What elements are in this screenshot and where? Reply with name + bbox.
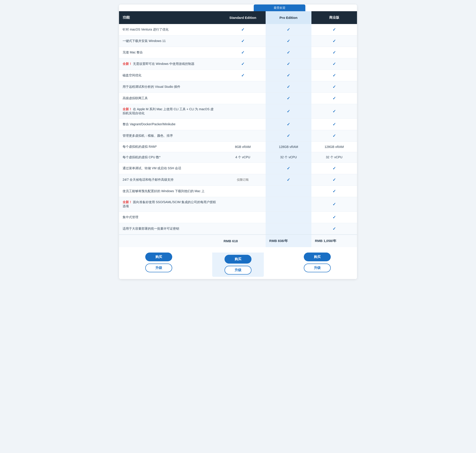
feature-cell: 每个虚拟机的虚拟 CPU 数*	[119, 152, 220, 163]
pro-cell: ✓	[266, 163, 311, 174]
business-cell: ✓	[312, 93, 357, 104]
pro-cell	[266, 212, 311, 223]
pro-cell: 128GB vRAM	[266, 142, 311, 152]
standard-column-header: Standard Edition	[220, 11, 266, 24]
business-cell: 128GB vRAM	[312, 142, 357, 152]
standard-cell: ✓	[220, 58, 266, 70]
feature-cell: 全新！ 面向准备好使用 SSO/SAML/SCIM 集成的公司的每用户授权选项	[119, 197, 220, 212]
table-row: 一键式下载并安装 Windows 11✓✓✓	[119, 35, 357, 47]
check-icon: ✓	[287, 73, 290, 78]
check-icon: ✓	[287, 39, 290, 43]
business-cell: 32 个 vCPU	[312, 152, 357, 163]
pricing-row: RMB 618 RMB 838/年 RMB 1,058/年	[119, 234, 357, 247]
check-icon: ✓	[287, 85, 290, 89]
standard-cell: 8GB vRAM	[220, 142, 266, 152]
standard-cell: 4 个 vCPU	[220, 152, 266, 163]
check-icon: ✓	[287, 134, 290, 138]
pro-cell: ✓	[266, 70, 311, 81]
pro-cell: ✓	[266, 93, 311, 104]
check-icon: ✓	[333, 122, 336, 127]
check-icon: ✓	[333, 134, 336, 138]
check-icon: ✓	[287, 62, 290, 66]
table-row: 全新！ 面向准备好使用 SSO/SAML/SCIM 集成的公司的每用户授权选项✓	[119, 197, 357, 212]
business-cell: ✓	[312, 212, 357, 223]
check-icon: ✓	[333, 39, 336, 43]
standard-cell: ✓	[220, 70, 266, 81]
table-row: 24/7 全天候电话和电子邮件高级支持仅限订阅✓✓	[119, 174, 357, 186]
check-icon: ✓	[287, 27, 290, 32]
business-cell: ✓	[312, 58, 357, 70]
table-row: 针对 macOS Ventura 进行了优化✓✓✓	[119, 24, 357, 35]
pro-button-group: 购买 升级	[212, 253, 264, 277]
feature-cell: 每个虚拟机的虚拟 RAM*	[119, 142, 220, 152]
check-icon: ✓	[287, 177, 290, 182]
check-icon: ✓	[241, 50, 244, 55]
business-upgrade-button[interactable]: 升级	[304, 263, 331, 272]
check-icon: ✓	[333, 85, 336, 89]
pro-upgrade-button[interactable]: 升级	[225, 266, 251, 275]
table-row: 全新！ 在 Apple M 系列 Mac 上使用 CLI 工具 + CLI 为 …	[119, 104, 357, 119]
standard-cell: ✓	[220, 35, 266, 47]
business-button-group: 购买 升级	[291, 253, 343, 277]
check-icon: ✓	[241, 62, 244, 66]
table-row: 全新！ 无需设置即可在 Windows 中使用游戏控制器✓✓✓	[119, 58, 357, 70]
table-row: 每个虚拟机的虚拟 CPU 数*4 个 vCPU32 个 vCPU32 个 vCP…	[119, 152, 357, 163]
feature-cell: 通过菜单调试、转储 VM 或启动 SSH 会话	[119, 163, 220, 174]
check-icon: ✓	[333, 177, 336, 182]
feature-cell: 一键式下载并安装 Windows 11	[119, 35, 220, 47]
business-cell: ✓	[312, 163, 357, 174]
feature-cell: 用于远程调试和分析的 Visual Studio 插件	[119, 81, 220, 93]
standard-cell	[220, 119, 266, 130]
most-popular-tag: 最受欢迎	[254, 5, 305, 11]
check-icon: ✓	[333, 109, 336, 113]
feature-column-header: 功能	[119, 11, 220, 24]
feature-cell: 集中式管理	[119, 212, 220, 223]
check-icon: ✓	[287, 166, 290, 171]
check-icon: ✓	[241, 73, 244, 78]
table-row: 通过菜单调试、转储 VM 或启动 SSH 会话✓✓	[119, 163, 357, 174]
standard-cell	[220, 186, 266, 197]
feature-cell: 管理更多虚拟机：模板、颜色、排序	[119, 130, 220, 142]
business-cell: ✓	[312, 119, 357, 130]
business-cell: ✓	[312, 174, 357, 186]
check-icon: ✓	[333, 202, 336, 206]
standard-price: RMB 618	[220, 234, 266, 247]
business-cell: ✓	[312, 186, 357, 197]
table-row: 用于远程调试和分析的 Visual Studio 插件✓✓	[119, 81, 357, 93]
standard-cell	[220, 130, 266, 142]
check-icon: ✓	[333, 50, 336, 55]
standard-button-group: 购买 升级	[133, 253, 185, 277]
table-row: 使员工能够将预先配置好的 Windows 下载到他们的 Mac 上✓	[119, 186, 357, 197]
feature-comparison-table: 功能 Standard Edition Pro Edition 商业版 针对 m…	[119, 11, 357, 247]
pro-cell: ✓	[266, 119, 311, 130]
table-row: 整合 Vagrant/Docker/Packer/Minikube✓✓	[119, 119, 357, 130]
business-cell: ✓	[312, 35, 357, 47]
check-icon: ✓	[333, 62, 336, 66]
feature-cell: 全新！ 无需设置即可在 Windows 中使用游戏控制器	[119, 58, 220, 70]
check-icon: ✓	[333, 226, 336, 231]
standard-cell	[220, 212, 266, 223]
business-column-header: 商业版	[312, 11, 357, 24]
standard-cell	[220, 104, 266, 119]
pro-buy-button[interactable]: 购买	[225, 255, 251, 263]
pro-cell: ✓	[266, 174, 311, 186]
pro-cell	[266, 197, 311, 212]
pro-price: RMB 838/年	[266, 234, 311, 247]
check-icon: ✓	[333, 166, 336, 171]
feature-cell: 针对 macOS Ventura 进行了优化	[119, 24, 220, 35]
table-row: 适用于大容量部署的统一批量许可证密钥✓	[119, 223, 357, 235]
standard-buy-button[interactable]: 购买	[145, 253, 172, 261]
business-price: RMB 1,058/年	[312, 234, 357, 247]
business-cell: ✓	[312, 24, 357, 35]
feature-cell: 高级虚拟联网工具	[119, 93, 220, 104]
feature-cell: 整合 Vagrant/Docker/Packer/Minikube	[119, 119, 220, 130]
action-buttons-area: 购买 升级 购买 升级 购买 升级	[119, 247, 357, 279]
standard-cell: 仅限订阅	[220, 174, 266, 186]
business-buy-button[interactable]: 购买	[304, 253, 331, 261]
check-icon: ✓	[241, 39, 244, 43]
feature-cell: 适用于大容量部署的统一批量许可证密钥	[119, 223, 220, 235]
standard-upgrade-button[interactable]: 升级	[145, 263, 172, 272]
feature-cell: 全新！ 在 Apple M 系列 Mac 上使用 CLI 工具 + CLI 为 …	[119, 104, 220, 119]
business-cell: ✓	[312, 104, 357, 119]
table-row: 每个虚拟机的虚拟 RAM*8GB vRAM128GB vRAM128GB vRA…	[119, 142, 357, 152]
